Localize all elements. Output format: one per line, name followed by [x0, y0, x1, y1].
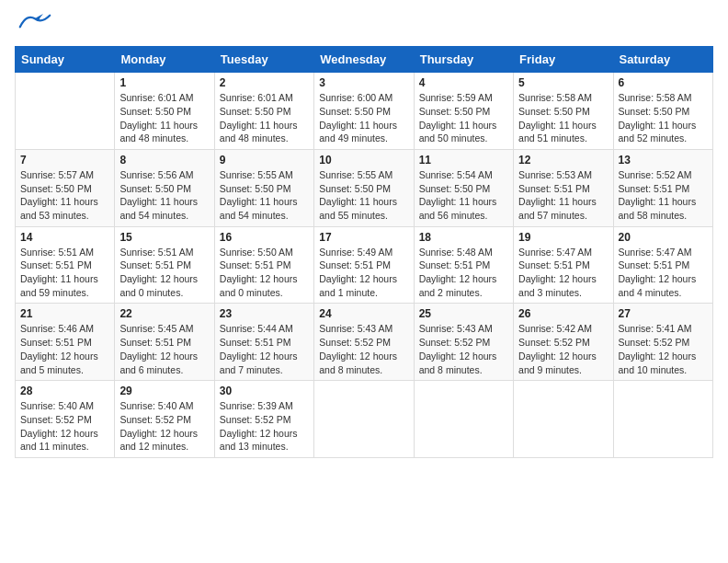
day-number: 7 — [20, 154, 109, 167]
day-number: 2 — [220, 76, 309, 89]
day-number: 9 — [220, 154, 309, 167]
day-number: 5 — [518, 76, 608, 89]
day-info: Sunrise: 5:47 AM Sunset: 5:51 PM Dayligh… — [619, 246, 708, 300]
day-cell: 11Sunrise: 5:54 AM Sunset: 5:50 PM Dayli… — [414, 149, 513, 226]
day-number: 11 — [419, 154, 508, 167]
day-info: Sunrise: 5:43 AM Sunset: 5:52 PM Dayligh… — [419, 322, 508, 376]
day-cell — [414, 381, 513, 458]
day-number: 19 — [518, 231, 608, 244]
day-info: Sunrise: 5:40 AM Sunset: 5:52 PM Dayligh… — [20, 399, 109, 454]
day-cell: 16Sunrise: 5:50 AM Sunset: 5:51 PM Dayli… — [214, 226, 313, 304]
day-number: 16 — [220, 231, 309, 244]
day-info: Sunrise: 5:53 AM Sunset: 5:51 PM Dayligh… — [518, 168, 608, 223]
day-cell: 26Sunrise: 5:42 AM Sunset: 5:52 PM Dayli… — [514, 304, 613, 381]
day-number: 4 — [419, 76, 508, 89]
header-cell-wednesday: Wednesday — [314, 47, 414, 73]
week-row-2: 7Sunrise: 5:57 AM Sunset: 5:50 PM Daylig… — [16, 149, 713, 226]
day-number: 21 — [20, 307, 109, 320]
day-number: 20 — [619, 231, 708, 244]
day-cell: 14Sunrise: 5:51 AM Sunset: 5:51 PM Dayli… — [16, 226, 115, 304]
day-cell: 12Sunrise: 5:53 AM Sunset: 5:51 PM Dayli… — [514, 149, 613, 226]
day-info: Sunrise: 5:47 AM Sunset: 5:51 PM Dayligh… — [518, 246, 608, 300]
day-info: Sunrise: 5:59 AM Sunset: 5:50 PM Dayligh… — [419, 91, 508, 145]
day-number: 1 — [119, 76, 209, 89]
calendar-body: 1Sunrise: 6:01 AM Sunset: 5:50 PM Daylig… — [16, 73, 713, 458]
day-cell: 3Sunrise: 6:00 AM Sunset: 5:50 PM Daylig… — [314, 73, 414, 150]
day-cell: 22Sunrise: 5:45 AM Sunset: 5:51 PM Dayli… — [115, 304, 214, 381]
week-row-4: 21Sunrise: 5:46 AM Sunset: 5:51 PM Dayli… — [16, 304, 713, 381]
day-number: 12 — [518, 154, 608, 167]
day-info: Sunrise: 5:39 AM Sunset: 5:52 PM Dayligh… — [220, 399, 309, 454]
week-row-5: 28Sunrise: 5:40 AM Sunset: 5:52 PM Dayli… — [16, 381, 713, 458]
day-info: Sunrise: 5:51 AM Sunset: 5:51 PM Dayligh… — [20, 246, 109, 300]
day-cell: 25Sunrise: 5:43 AM Sunset: 5:52 PM Dayli… — [414, 304, 513, 381]
day-number: 29 — [119, 385, 209, 397]
day-info: Sunrise: 5:55 AM Sunset: 5:50 PM Dayligh… — [220, 168, 309, 223]
day-cell — [314, 381, 414, 458]
day-cell: 23Sunrise: 5:44 AM Sunset: 5:51 PM Dayli… — [214, 304, 313, 381]
day-cell: 19Sunrise: 5:47 AM Sunset: 5:51 PM Dayli… — [514, 226, 613, 304]
header-cell-sunday: Sunday — [16, 47, 115, 73]
day-cell: 6Sunrise: 5:58 AM Sunset: 5:50 PM Daylig… — [613, 73, 712, 150]
day-number: 26 — [518, 307, 608, 320]
day-cell — [514, 381, 613, 458]
day-info: Sunrise: 5:40 AM Sunset: 5:52 PM Dayligh… — [119, 399, 209, 454]
day-number: 8 — [119, 154, 209, 167]
day-cell: 18Sunrise: 5:48 AM Sunset: 5:51 PM Dayli… — [414, 226, 513, 304]
day-cell: 4Sunrise: 5:59 AM Sunset: 5:50 PM Daylig… — [414, 73, 513, 150]
day-cell: 20Sunrise: 5:47 AM Sunset: 5:51 PM Dayli… — [613, 226, 712, 304]
day-info: Sunrise: 5:57 AM Sunset: 5:50 PM Dayligh… — [20, 168, 109, 223]
day-number: 6 — [619, 76, 708, 89]
week-row-1: 1Sunrise: 6:01 AM Sunset: 5:50 PM Daylig… — [16, 73, 713, 150]
day-info: Sunrise: 5:56 AM Sunset: 5:50 PM Dayligh… — [119, 168, 209, 223]
day-number: 3 — [319, 76, 408, 89]
day-number: 25 — [419, 307, 508, 320]
day-info: Sunrise: 5:42 AM Sunset: 5:52 PM Dayligh… — [518, 322, 608, 376]
header-cell-tuesday: Tuesday — [214, 47, 313, 73]
day-info: Sunrise: 5:51 AM Sunset: 5:51 PM Dayligh… — [119, 246, 209, 300]
day-number: 22 — [119, 307, 209, 320]
day-number: 15 — [119, 231, 209, 244]
day-cell — [16, 73, 115, 150]
day-info: Sunrise: 5:55 AM Sunset: 5:50 PM Dayligh… — [319, 168, 408, 223]
day-cell: 28Sunrise: 5:40 AM Sunset: 5:52 PM Dayli… — [16, 381, 115, 458]
day-info: Sunrise: 6:01 AM Sunset: 5:50 PM Dayligh… — [220, 91, 309, 145]
header-cell-thursday: Thursday — [414, 47, 513, 73]
day-info: Sunrise: 5:48 AM Sunset: 5:51 PM Dayligh… — [419, 246, 508, 300]
day-number: 30 — [220, 385, 309, 397]
day-cell — [613, 381, 712, 458]
day-cell: 30Sunrise: 5:39 AM Sunset: 5:52 PM Dayli… — [214, 381, 313, 458]
day-cell: 27Sunrise: 5:41 AM Sunset: 5:52 PM Dayli… — [613, 304, 712, 381]
day-number: 18 — [419, 231, 508, 244]
day-cell: 13Sunrise: 5:52 AM Sunset: 5:51 PM Dayli… — [613, 149, 712, 226]
day-cell: 21Sunrise: 5:46 AM Sunset: 5:51 PM Dayli… — [16, 304, 115, 381]
day-cell: 17Sunrise: 5:49 AM Sunset: 5:51 PM Dayli… — [314, 226, 414, 304]
day-number: 27 — [619, 307, 708, 320]
day-cell: 1Sunrise: 6:01 AM Sunset: 5:50 PM Daylig… — [115, 73, 214, 150]
day-number: 17 — [319, 231, 408, 244]
day-info: Sunrise: 5:46 AM Sunset: 5:51 PM Dayligh… — [20, 322, 109, 376]
day-cell: 29Sunrise: 5:40 AM Sunset: 5:52 PM Dayli… — [115, 381, 214, 458]
day-number: 28 — [20, 385, 109, 397]
day-cell: 24Sunrise: 5:43 AM Sunset: 5:52 PM Dayli… — [314, 304, 414, 381]
day-cell: 8Sunrise: 5:56 AM Sunset: 5:50 PM Daylig… — [115, 149, 214, 226]
day-info: Sunrise: 5:49 AM Sunset: 5:51 PM Dayligh… — [319, 246, 408, 300]
calendar-table: SundayMondayTuesdayWednesdayThursdayFrid… — [15, 46, 713, 458]
day-info: Sunrise: 5:52 AM Sunset: 5:51 PM Dayligh… — [619, 168, 708, 223]
day-cell: 15Sunrise: 5:51 AM Sunset: 5:51 PM Dayli… — [115, 226, 214, 304]
header-cell-friday: Friday — [514, 47, 613, 73]
day-number: 23 — [220, 307, 309, 320]
day-info: Sunrise: 5:50 AM Sunset: 5:51 PM Dayligh… — [220, 246, 309, 300]
day-info: Sunrise: 6:01 AM Sunset: 5:50 PM Dayligh… — [119, 91, 209, 145]
day-cell: 9Sunrise: 5:55 AM Sunset: 5:50 PM Daylig… — [214, 149, 313, 226]
day-info: Sunrise: 5:54 AM Sunset: 5:50 PM Dayligh… — [419, 168, 508, 223]
day-cell: 7Sunrise: 5:57 AM Sunset: 5:50 PM Daylig… — [16, 149, 115, 226]
day-number: 13 — [619, 154, 708, 167]
day-number: 24 — [319, 307, 408, 320]
calendar-header: SundayMondayTuesdayWednesdayThursdayFrid… — [16, 47, 713, 73]
page-header — [15, 15, 713, 37]
day-cell: 5Sunrise: 5:58 AM Sunset: 5:50 PM Daylig… — [514, 73, 613, 150]
header-cell-saturday: Saturday — [613, 47, 712, 73]
day-info: Sunrise: 5:43 AM Sunset: 5:52 PM Dayligh… — [319, 322, 408, 376]
day-info: Sunrise: 6:00 AM Sunset: 5:50 PM Dayligh… — [319, 91, 408, 145]
